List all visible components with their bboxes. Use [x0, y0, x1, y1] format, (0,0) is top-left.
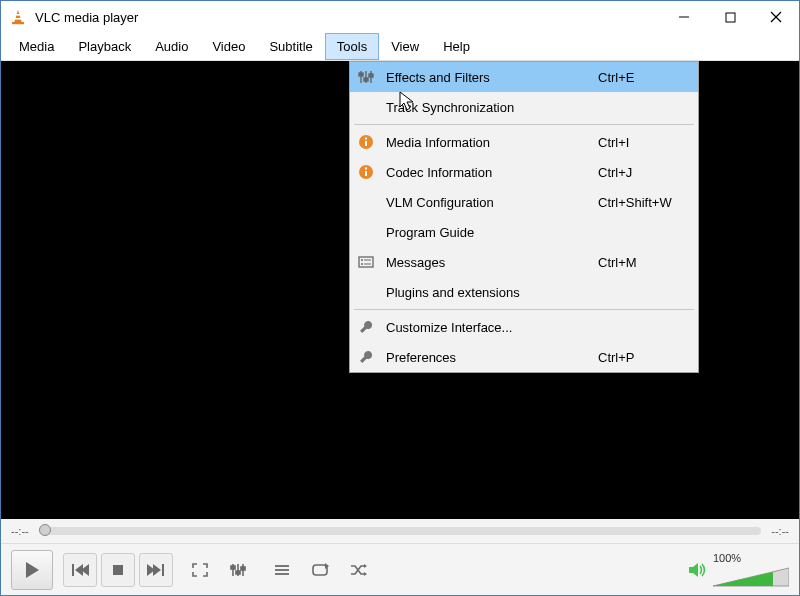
- blank-icon: [356, 222, 376, 242]
- blank-icon: [356, 282, 376, 302]
- view-group: [183, 553, 255, 587]
- shuffle-button[interactable]: [341, 553, 375, 587]
- menuitem-messages[interactable]: MessagesCtrl+M: [350, 247, 698, 277]
- menuitem-plugins-and-extensions[interactable]: Plugins and extensions: [350, 277, 698, 307]
- messages-icon: [356, 252, 376, 272]
- sliders-icon: [356, 67, 376, 87]
- tools-menu-dropdown: Effects and FiltersCtrl+ETrack Synchroni…: [349, 61, 699, 373]
- menuitem-vlm-configuration[interactable]: VLM ConfigurationCtrl+Shift+W: [350, 187, 698, 217]
- vlc-cone-icon: [9, 8, 27, 26]
- seek-knob[interactable]: [39, 524, 51, 536]
- menuitem-label: Track Synchronization: [386, 100, 598, 115]
- menu-tools[interactable]: Tools: [325, 33, 379, 60]
- svg-rect-24: [365, 171, 367, 176]
- fullscreen-button[interactable]: [183, 553, 217, 587]
- menu-help[interactable]: Help: [431, 33, 482, 60]
- menuitem-preferences[interactable]: PreferencesCtrl+P: [350, 342, 698, 372]
- svg-rect-41: [231, 566, 235, 569]
- minimize-button[interactable]: [661, 1, 707, 33]
- volume-control: 100%: [687, 552, 789, 588]
- svg-rect-3: [12, 22, 24, 24]
- svg-marker-12: [400, 92, 413, 110]
- volume-wrap: 100%: [713, 552, 789, 588]
- svg-rect-1: [16, 14, 21, 16]
- menuitem-label: Program Guide: [386, 225, 598, 240]
- menuitem-effects-and-filters[interactable]: Effects and FiltersCtrl+E: [350, 62, 698, 92]
- svg-rect-16: [359, 73, 363, 76]
- menuitem-shortcut: Ctrl+I: [598, 135, 688, 150]
- menu-media[interactable]: Media: [7, 33, 66, 60]
- svg-rect-5: [726, 13, 735, 22]
- svg-marker-36: [153, 564, 161, 576]
- menuitem-customize-interface[interactable]: Customize Interface...: [350, 312, 698, 342]
- menuitem-media-information[interactable]: Media InformationCtrl+I: [350, 127, 698, 157]
- menuitem-shortcut: Ctrl+E: [598, 70, 688, 85]
- menu-playback[interactable]: Playback: [66, 33, 143, 60]
- menu-video[interactable]: Video: [200, 33, 257, 60]
- svg-marker-51: [689, 563, 698, 577]
- time-remaining: --:--: [771, 525, 789, 537]
- svg-rect-17: [364, 78, 368, 81]
- svg-rect-18: [369, 74, 373, 77]
- wrench-icon: [356, 347, 376, 367]
- menu-separator: [354, 124, 694, 125]
- play-button[interactable]: [11, 550, 53, 590]
- svg-rect-42: [236, 571, 240, 574]
- next-button[interactable]: [139, 553, 173, 587]
- menu-audio[interactable]: Audio: [143, 33, 200, 60]
- menuitem-program-guide[interactable]: Program Guide: [350, 217, 698, 247]
- svg-rect-37: [162, 564, 164, 576]
- info-icon: [356, 162, 376, 182]
- menu-view[interactable]: View: [379, 33, 431, 60]
- previous-button[interactable]: [63, 553, 97, 587]
- menuitem-label: Plugins and extensions: [386, 285, 598, 300]
- menuitem-shortcut: Ctrl+J: [598, 165, 688, 180]
- playback-group: [63, 553, 173, 587]
- svg-rect-25: [359, 257, 373, 267]
- menuitem-shortcut: Ctrl+Shift+W: [598, 195, 688, 210]
- blank-icon: [356, 97, 376, 117]
- wrench-icon: [356, 317, 376, 337]
- svg-rect-21: [365, 141, 367, 146]
- menu-subtitle[interactable]: Subtitle: [257, 33, 324, 60]
- svg-marker-50: [364, 572, 367, 576]
- info-icon: [356, 132, 376, 152]
- menuitem-label: Preferences: [386, 350, 598, 365]
- svg-point-26: [361, 259, 363, 261]
- menu-bar: MediaPlaybackAudioVideoSubtitleToolsView…: [1, 33, 799, 61]
- playlist-group: [265, 553, 375, 587]
- speaker-icon[interactable]: [687, 561, 707, 579]
- vlc-window: VLC media player MediaPlaybackAudioVideo…: [0, 0, 800, 596]
- volume-slider[interactable]: [713, 566, 789, 588]
- menuitem-label: Messages: [386, 255, 598, 270]
- control-bar: 100%: [1, 543, 799, 595]
- title-bar: VLC media player: [1, 1, 799, 33]
- mouse-cursor-icon: [398, 90, 416, 112]
- menuitem-label: Media Information: [386, 135, 598, 150]
- close-button[interactable]: [753, 1, 799, 33]
- volume-percent: 100%: [713, 552, 789, 564]
- svg-marker-0: [14, 10, 22, 23]
- menuitem-shortcut: Ctrl+P: [598, 350, 688, 365]
- svg-marker-30: [26, 562, 39, 578]
- extended-settings-button[interactable]: [221, 553, 255, 587]
- seek-slider[interactable]: [39, 527, 762, 535]
- window-title: VLC media player: [35, 10, 661, 25]
- svg-rect-34: [113, 565, 123, 575]
- blank-icon: [356, 192, 376, 212]
- menuitem-label: VLM Configuration: [386, 195, 598, 210]
- svg-rect-2: [15, 18, 21, 20]
- video-area[interactable]: Effects and FiltersCtrl+ETrack Synchroni…: [1, 61, 799, 519]
- menuitem-label: Effects and Filters: [386, 70, 598, 85]
- loop-button[interactable]: [303, 553, 337, 587]
- playlist-button[interactable]: [265, 553, 299, 587]
- menuitem-codec-information[interactable]: Codec InformationCtrl+J: [350, 157, 698, 187]
- maximize-button[interactable]: [707, 1, 753, 33]
- time-bar: --:-- --:--: [1, 519, 799, 543]
- menuitem-label: Customize Interface...: [386, 320, 598, 335]
- menu-separator: [354, 309, 694, 310]
- menuitem-label: Codec Information: [386, 165, 598, 180]
- svg-rect-43: [241, 567, 245, 570]
- stop-button[interactable]: [101, 553, 135, 587]
- time-elapsed: --:--: [11, 525, 29, 537]
